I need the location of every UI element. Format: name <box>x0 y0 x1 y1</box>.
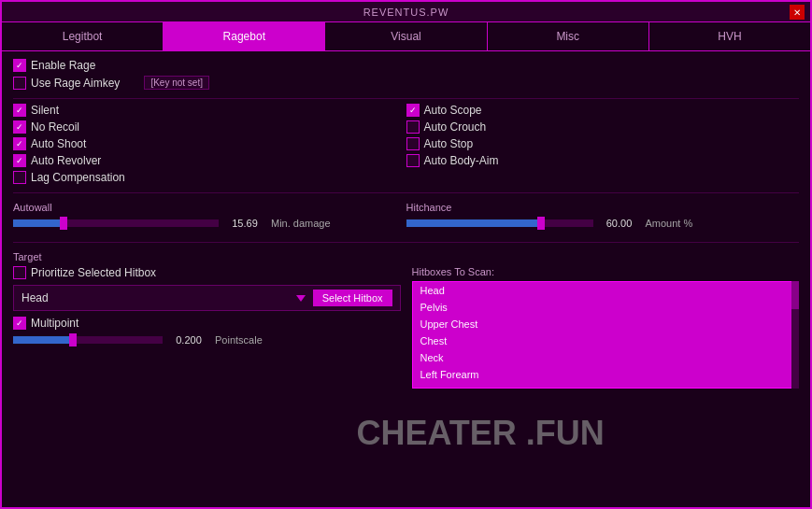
head-select-text: Head <box>21 291 289 304</box>
silent-label: Silent <box>31 104 59 117</box>
auto-shoot-checkbox-item[interactable]: Auto Shoot <box>13 137 86 150</box>
dropdown-arrow-icon <box>296 295 306 302</box>
amount-value: 60.00 <box>601 218 638 229</box>
min-damage-value: 15.69 <box>226 218 264 229</box>
row-auto-body-aim: Auto Body-Aim <box>406 154 800 167</box>
min-damage-label: Min. damage <box>271 218 331 229</box>
use-rage-aimkey-checkbox[interactable] <box>13 77 26 90</box>
auto-crouch-label: Auto Crouch <box>424 120 487 134</box>
prioritize-hitbox-label: Prioritize Selected Hitbox <box>31 266 156 279</box>
row-auto-revolver: Auto Revolver <box>13 154 406 167</box>
tab-visual[interactable]: Visual <box>325 22 487 50</box>
hitbox-item-head[interactable]: Head <box>413 282 799 299</box>
pointscale-label: Pointscale <box>215 334 263 346</box>
divider-2 <box>13 192 799 193</box>
lag-compensation-checkbox[interactable] <box>13 171 26 184</box>
hitbox-item-chest[interactable]: Chest <box>413 332 799 349</box>
auto-stop-checkbox-item[interactable]: Auto Stop <box>406 137 474 150</box>
no-recoil-checkbox[interactable] <box>13 120 26 134</box>
target-left: Prioritize Selected Hitbox Head Select H… <box>13 266 401 500</box>
row-auto-crouch: Auto Crouch <box>406 120 800 134</box>
auto-shoot-label: Auto Shoot <box>31 137 86 150</box>
row-no-recoil: No Recoil <box>13 120 406 134</box>
hitbox-item-pelvis[interactable]: Pelvis <box>413 299 799 316</box>
target-section: Prioritize Selected Hitbox Head Select H… <box>13 266 799 500</box>
divider-3 <box>13 242 799 243</box>
auto-stop-label: Auto Stop <box>424 137 474 150</box>
auto-stop-checkbox[interactable] <box>406 137 420 150</box>
auto-crouch-checkbox-item[interactable]: Auto Crouch <box>406 120 487 134</box>
enable-rage-checkbox-item[interactable]: Enable Rage <box>13 59 95 72</box>
row-multipoint: Multipoint <box>13 317 401 330</box>
auto-scope-checkbox-item[interactable]: Auto Scope <box>406 104 482 117</box>
auto-crouch-checkbox[interactable] <box>406 120 420 134</box>
silent-checkbox[interactable] <box>13 104 26 117</box>
autowall-section: Autowall 15.69 Min. damage <box>13 198 406 233</box>
row-auto-shoot: Auto Shoot <box>13 137 406 150</box>
multipoint-checkbox-item[interactable]: Multipoint <box>13 317 78 330</box>
row-silent: Silent <box>13 104 406 117</box>
close-button[interactable]: ✕ <box>790 5 805 20</box>
enable-rage-label: Enable Rage <box>31 59 95 72</box>
no-recoil-label: No Recoil <box>31 120 79 134</box>
target-right: Hitboxes To Scan: Head Pelvis Upper Ches… <box>412 266 800 500</box>
enable-rage-checkbox[interactable] <box>13 59 26 72</box>
auto-body-aim-checkbox[interactable] <box>406 154 420 167</box>
autowall-label: Autowall <box>13 202 406 213</box>
options-col-left: Silent No Recoil Auto Shoot <box>13 104 406 188</box>
auto-body-aim-checkbox-item[interactable]: Auto Body-Aim <box>406 154 499 167</box>
row-enable-rage: Enable Rage <box>13 59 799 72</box>
silent-checkbox-item[interactable]: Silent <box>13 104 59 117</box>
auto-revolver-label: Auto Revolver <box>31 154 101 167</box>
amount-slider-row: 60.00 Amount % <box>406 217 800 230</box>
hitbox-item-neck[interactable]: Neck <box>413 349 799 366</box>
select-hitbox-row[interactable]: Head Select Hitbox <box>13 285 401 311</box>
prioritize-hitbox-checkbox-item[interactable]: Prioritize Selected Hitbox <box>13 266 156 279</box>
pointscale-value: 0.200 <box>170 334 207 346</box>
hitbox-item-right-forearm[interactable]: Right Forearm <box>413 383 799 389</box>
auto-scope-label: Auto Scope <box>424 104 482 117</box>
divider-1 <box>13 98 799 99</box>
multipoint-label: Multipoint <box>31 317 78 330</box>
auto-shoot-checkbox[interactable] <box>13 137 26 150</box>
pointscale-slider-row: 0.200 Pointscale <box>13 333 401 346</box>
options-two-col: Silent No Recoil Auto Shoot <box>13 104 799 188</box>
tab-legitbot[interactable]: Legitbot <box>2 22 164 50</box>
hitbox-list: Head Pelvis Upper Chest Chest Neck Left … <box>412 281 800 389</box>
auto-scope-checkbox[interactable] <box>406 104 420 117</box>
prioritize-hitbox-checkbox[interactable] <box>13 266 26 279</box>
tab-hvh[interactable]: HVH <box>649 22 810 50</box>
options-col-right: Auto Scope Auto Crouch Auto Stop <box>406 104 800 188</box>
window-title: REVENTUS.PW <box>363 7 449 18</box>
hitchance-section: Hitchance 60.00 Amount % <box>406 198 800 233</box>
lag-compensation-label: Lag Compensation <box>31 171 125 184</box>
min-damage-slider-row: 15.69 Min. damage <box>13 217 406 230</box>
hitbox-item-upper-chest[interactable]: Upper Chest <box>413 316 799 332</box>
key-not-set-badge[interactable]: [Key not set] <box>144 76 209 90</box>
title-bar: REVENTUS.PW ✕ <box>2 2 810 22</box>
auto-revolver-checkbox-item[interactable]: Auto Revolver <box>13 154 101 167</box>
auto-body-aim-label: Auto Body-Aim <box>424 154 499 167</box>
autowall-hitchance-row: Autowall 15.69 Min. damage Hitchance <box>13 198 799 237</box>
row-auto-stop: Auto Stop <box>406 137 800 150</box>
tab-ragebot[interactable]: Ragebot <box>164 22 325 50</box>
auto-revolver-checkbox[interactable] <box>13 154 26 167</box>
multipoint-checkbox[interactable] <box>13 317 26 330</box>
select-hitbox-button[interactable]: Select Hitbox <box>313 290 392 306</box>
ragebot-content: Enable Rage Use Rage Aimkey [Key not set… <box>2 51 810 507</box>
row-lag-compensation: Lag Compensation <box>13 171 406 184</box>
hitboxes-to-scan-label: Hitboxes To Scan: <box>412 266 800 277</box>
lag-compensation-checkbox-item[interactable]: Lag Compensation <box>13 171 125 184</box>
hitbox-item-left-forearm[interactable]: Left Forearm <box>413 366 799 383</box>
no-recoil-checkbox-item[interactable]: No Recoil <box>13 120 79 134</box>
tab-misc[interactable]: Misc <box>488 22 649 50</box>
tab-bar: Legitbot Ragebot Visual Misc HVH <box>2 22 810 51</box>
row-aimkey: Use Rage Aimkey [Key not set] <box>13 76 799 90</box>
use-rage-aimkey-label: Use Rage Aimkey <box>31 77 120 90</box>
use-rage-aimkey-checkbox-item[interactable]: Use Rage Aimkey <box>13 77 120 90</box>
main-window: REVENTUS.PW ✕ Legitbot Ragebot Visual Mi… <box>0 0 812 509</box>
row-prioritize-hitbox: Prioritize Selected Hitbox <box>13 266 401 279</box>
target-section-label: Target <box>13 251 799 262</box>
hitchance-label: Hitchance <box>406 202 800 213</box>
amount-label: Amount % <box>646 218 693 229</box>
